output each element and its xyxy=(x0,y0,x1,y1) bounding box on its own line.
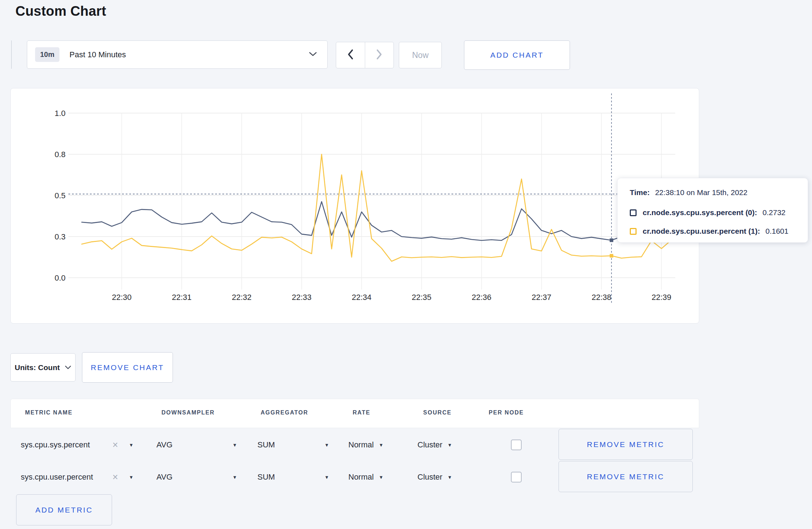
downsampler-select[interactable]: AVG ▼ xyxy=(156,472,237,482)
tooltip-series-value: 0.1601 xyxy=(765,227,788,236)
series-swatch-icon xyxy=(630,228,637,235)
chevron-down-icon xyxy=(309,52,317,58)
downsampler-value: AVG xyxy=(156,440,173,450)
downsampler-select[interactable]: AVG ▼ xyxy=(156,440,237,450)
source-value: Cluster xyxy=(417,440,443,450)
svg-text:22:32: 22:32 xyxy=(232,293,251,302)
tooltip-time-value: 22:38:10 on Mar 15th, 2022 xyxy=(655,188,748,197)
svg-text:22:33: 22:33 xyxy=(292,293,311,302)
per-node-checkbox[interactable] xyxy=(511,472,522,482)
aggregator-value: SUM xyxy=(257,440,275,450)
now-button[interactable]: Now xyxy=(399,42,442,68)
tooltip-series-label: cr.node.sys.cpu.sys.percent (0): xyxy=(643,208,757,217)
dropdown-arrow-icon: ▼ xyxy=(379,475,383,480)
add-metric-button[interactable]: ADD METRIC xyxy=(16,494,112,525)
chart-plot[interactable]: 0.00.30.50.81.022:3022:3122:3222:3322:34… xyxy=(11,88,700,324)
tooltip-series-label: cr.node.sys.cpu.user.percent (1): xyxy=(643,227,760,236)
remove-metric-button[interactable]: REMOVE METRIC xyxy=(559,429,693,460)
dropdown-arrow-icon: ▼ xyxy=(379,443,383,447)
chevron-right-icon xyxy=(376,49,383,62)
units-select[interactable]: Units: Count xyxy=(10,353,76,382)
series-swatch-icon xyxy=(630,209,637,216)
tooltip-time-label: Time: xyxy=(630,188,650,197)
svg-text:22:35: 22:35 xyxy=(412,293,431,302)
source-select[interactable]: Cluster ▼ xyxy=(417,472,452,482)
metric-row: sys.cpu.user.percent × ▼ AVG ▼ SUM ▼ Nor… xyxy=(10,461,699,493)
svg-text:22:37: 22:37 xyxy=(532,293,551,302)
remove-chart-button[interactable]: REMOVE CHART xyxy=(82,352,173,383)
column-header-per-node: PER NODE xyxy=(489,409,524,416)
page-title: Custom Chart xyxy=(15,4,106,19)
dropdown-arrow-icon: ▼ xyxy=(324,475,329,480)
remove-metric-button[interactable]: REMOVE METRIC xyxy=(559,461,693,492)
chevron-left-icon xyxy=(347,49,354,62)
column-header-downsampler: DOWNSAMPLER xyxy=(161,409,215,416)
dropdown-arrow-icon[interactable]: ▼ xyxy=(129,475,134,480)
time-window-nav xyxy=(336,42,394,68)
svg-text:22:38: 22:38 xyxy=(591,293,611,302)
source-select[interactable]: Cluster ▼ xyxy=(417,440,452,450)
svg-text:22:30: 22:30 xyxy=(112,293,131,302)
tooltip-series-row: cr.node.sys.cpu.user.percent (1): 0.1601 xyxy=(630,227,788,236)
svg-text:22:31: 22:31 xyxy=(172,293,192,302)
units-label: Units: Count xyxy=(15,363,60,372)
aggregator-value: SUM xyxy=(257,472,275,482)
svg-text:22:36: 22:36 xyxy=(472,293,491,302)
column-header-source: SOURCE xyxy=(423,409,451,416)
next-window-button[interactable] xyxy=(365,42,394,68)
dropdown-arrow-icon: ▼ xyxy=(324,443,329,447)
rate-select[interactable]: Normal ▼ xyxy=(348,440,383,450)
column-header-aggregator: AGGREGATOR xyxy=(261,409,308,416)
column-header-metric-name: METRIC NAME xyxy=(25,409,73,416)
svg-text:0.0: 0.0 xyxy=(54,273,66,282)
metric-name-value[interactable]: sys.cpu.sys.percent xyxy=(21,440,90,450)
downsampler-value: AVG xyxy=(156,472,173,482)
metric-name-value[interactable]: sys.cpu.user.percent xyxy=(21,472,93,482)
column-header-rate: RATE xyxy=(353,409,371,416)
close-icon[interactable]: × xyxy=(112,440,118,450)
rate-value: Normal xyxy=(348,440,374,450)
tooltip-series-value: 0.2732 xyxy=(763,208,786,217)
dropdown-arrow-icon: ▼ xyxy=(232,443,237,447)
svg-text:0.8: 0.8 xyxy=(54,150,66,159)
chart-card: 0.00.30.50.81.022:3022:3122:3222:3322:34… xyxy=(10,88,699,324)
close-icon[interactable]: × xyxy=(112,472,118,482)
dropdown-arrow-icon: ▼ xyxy=(232,475,237,480)
svg-text:1.0: 1.0 xyxy=(54,109,66,118)
svg-text:22:34: 22:34 xyxy=(352,293,371,302)
chart-tooltip: Time: 22:38:10 on Mar 15th, 2022 cr.node… xyxy=(617,178,808,243)
metrics-table-header: METRIC NAME DOWNSAMPLER AGGREGATOR RATE … xyxy=(10,399,699,428)
aggregator-select[interactable]: SUM ▼ xyxy=(257,440,329,450)
chevron-down-icon xyxy=(65,364,71,371)
dropdown-arrow-icon[interactable]: ▼ xyxy=(129,443,134,447)
add-chart-button[interactable]: ADD CHART xyxy=(464,40,570,70)
rate-select[interactable]: Normal ▼ xyxy=(348,472,383,482)
tooltip-series-row: cr.node.sys.cpu.sys.percent (0): 0.2732 xyxy=(630,208,786,217)
toolbar-divider xyxy=(11,40,12,69)
dropdown-arrow-icon: ▼ xyxy=(448,475,452,480)
svg-text:0.5: 0.5 xyxy=(54,191,66,200)
dropdown-arrow-icon: ▼ xyxy=(448,443,452,447)
tooltip-time-row: Time: 22:38:10 on Mar 15th, 2022 xyxy=(630,188,748,197)
time-range-select[interactable]: 10m Past 10 Minutes xyxy=(27,40,328,69)
source-value: Cluster xyxy=(417,472,443,482)
svg-text:22:39: 22:39 xyxy=(652,293,671,302)
time-range-label: Past 10 Minutes xyxy=(69,50,126,59)
rate-value: Normal xyxy=(348,472,374,482)
metric-row: sys.cpu.sys.percent × ▼ AVG ▼ SUM ▼ Norm… xyxy=(10,429,699,461)
per-node-checkbox[interactable] xyxy=(511,440,522,450)
time-range-badge: 10m xyxy=(35,47,59,62)
aggregator-select[interactable]: SUM ▼ xyxy=(257,472,329,482)
svg-text:0.3: 0.3 xyxy=(54,232,66,241)
prev-window-button[interactable] xyxy=(336,42,365,68)
